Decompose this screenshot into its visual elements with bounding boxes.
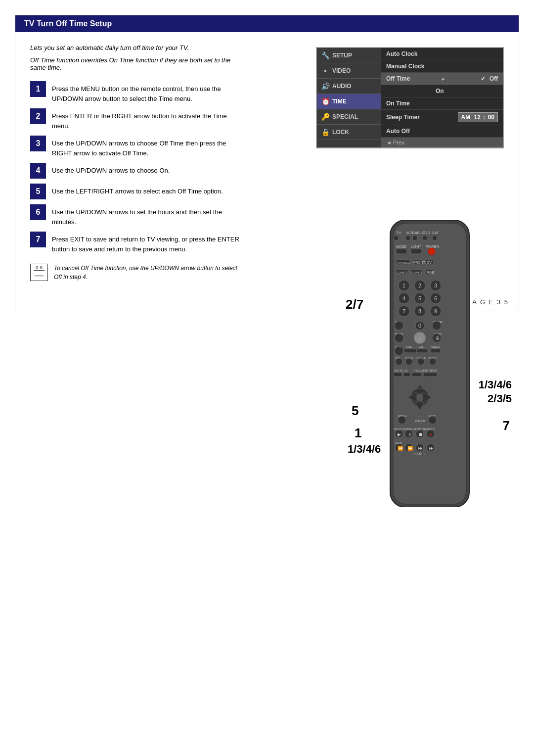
svg-text:⏹: ⏹	[418, 432, 423, 437]
remote-label-7: 7	[501, 418, 512, 433]
svg-text:TV: TV	[396, 231, 401, 235]
time-am: AM	[461, 114, 471, 121]
step-num-7: 7	[30, 232, 46, 247]
svg-point-55	[395, 333, 403, 342]
on-value: On	[436, 88, 444, 94]
svg-text:⏪: ⏪	[398, 445, 403, 451]
step-7: 7 Press EXIT to save and return to TV vi…	[30, 232, 243, 254]
remote-label-2345: 2/3/5	[486, 392, 514, 405]
time-display: AM 12 : 00	[458, 112, 498, 122]
svg-point-70	[396, 358, 402, 365]
setup-icon: 🔧	[321, 51, 330, 60]
time-colon: :	[483, 114, 485, 121]
svg-text:▶: ▶	[398, 432, 401, 437]
sleep-timer-label: Sleep Timer	[386, 114, 420, 121]
step-text-6: Use the UP/DOWN arrows to set the hours …	[52, 204, 243, 227]
step-text-5: Use the LEFT/RIGHT arrows to select each…	[52, 184, 223, 196]
lock-label: LOCK	[332, 129, 349, 136]
page-header: TV Turn Off Time Setup	[15, 15, 519, 32]
step-5: 5 Use the LEFT/RIGHT arrows to select ea…	[30, 184, 243, 199]
tv-menu-right: Auto Clock Manual Clock Off Time ► ✓ Off…	[381, 48, 503, 147]
svg-text:3: 3	[434, 283, 437, 288]
audio-label: AUDIO	[332, 83, 352, 90]
remote-label-1346: 1/3/4/6	[346, 443, 383, 456]
step-text-7: Press EXIT to save and return to TV view…	[52, 232, 243, 254]
svg-text:←SKIP→: ←SKIP→	[411, 452, 426, 456]
tv-menu: 🔧 SETUP ▪ VIDEO 🔊 AUDIO ⏰ TIME	[316, 47, 504, 148]
special-label: SPECIAL	[332, 113, 358, 120]
off-time-value: ✓ Off	[481, 75, 498, 82]
step-2: 2 Press ENTER or the RIGHT arrow button …	[30, 108, 243, 131]
special-icon: 🔑	[321, 112, 330, 121]
svg-text:CH: CH	[419, 345, 423, 348]
svg-text:8: 8	[418, 308, 421, 314]
step-4: 4 Use the UP/DOWN arrows to choose On.	[30, 163, 243, 179]
step-num-4: 4	[30, 163, 46, 179]
remote-label-5: 5	[350, 403, 360, 419]
intro-line2: Off Time function overrides On Time func…	[30, 56, 238, 71]
menu-auto-off: Auto Off	[381, 125, 503, 138]
svg-text:⏭: ⏭	[429, 446, 434, 451]
svg-rect-68	[431, 349, 441, 353]
remote-label-1346b: 1/3/4/6	[477, 378, 514, 391]
step-num-1: 1	[30, 81, 46, 97]
menu-off-time: Off Time ► ✓ Off	[381, 73, 503, 85]
svg-text:⊕: ⊕	[435, 335, 440, 341]
svg-text:VIDEO: VIDEO	[431, 345, 441, 348]
svg-text:COMP1: COMP1	[397, 271, 407, 274]
video-icon: ▪	[321, 66, 330, 75]
menu-prev-nav: ◄ Prev.	[381, 138, 503, 147]
step-text-4: Use the UP/DOWN arrows to choose On.	[52, 163, 170, 176]
step-text-1: Press the MENU button on the remote cont…	[52, 81, 243, 103]
menu-on-value: On	[381, 85, 503, 97]
step-num-2: 2	[30, 108, 46, 124]
off-time-label: Off Time	[386, 75, 410, 82]
svg-rect-15	[411, 249, 422, 254]
menu-item-video: ▪ VIDEO	[317, 63, 381, 79]
on-time-label: On Time	[386, 100, 410, 107]
svg-point-92	[398, 416, 406, 424]
svg-point-96	[429, 416, 437, 424]
video-label: VIDEO	[332, 67, 351, 74]
svg-text:ENTER: ENTER	[415, 420, 425, 423]
menu-item-audio: 🔊 AUDIO	[317, 79, 381, 94]
svg-rect-66	[417, 349, 428, 353]
svg-text:1: 1	[402, 283, 405, 288]
step-num-3: 3	[30, 136, 46, 151]
svg-text:FRONT: FRONT	[413, 261, 426, 264]
menu-sleep-timer: Sleep Timer AM 12 : 00	[381, 110, 503, 125]
remote-label-27: 2/7	[346, 297, 363, 312]
menu-item-special: 🔑 SPECIAL	[317, 109, 381, 125]
svg-point-6	[412, 236, 417, 240]
time-hour: 12	[474, 114, 481, 121]
auto-clock-label: Auto Clock	[386, 50, 417, 57]
svg-text:6: 6	[434, 295, 437, 301]
svg-point-62	[395, 346, 403, 355]
step-num-6: 6	[30, 204, 46, 220]
menu-item-setup: 🔧 SETUP	[317, 48, 381, 63]
step-text-3: Use the UP/DOWN arrows to choose Off Tim…	[52, 136, 243, 158]
svg-point-53	[432, 321, 441, 330]
tv-menu-left: 🔧 SETUP ▪ VIDEO 🔊 AUDIO ⏰ TIME	[317, 48, 381, 147]
right-arrow-icon: ►	[441, 76, 446, 82]
svg-text:SAT: SAT	[432, 231, 439, 235]
step-num-5: 5	[30, 184, 46, 199]
svg-rect-78	[393, 373, 402, 377]
svg-point-17	[428, 248, 435, 255]
svg-text:TV/VIDEO: TV/VIDEO	[397, 261, 410, 264]
svg-point-74	[417, 358, 424, 365]
svg-text:5: 5	[418, 295, 421, 301]
svg-point-11	[432, 236, 437, 240]
page-title: TV Turn Off Time Setup	[24, 19, 112, 28]
svg-text:⏮: ⏮	[418, 446, 423, 451]
content-area: Lets you set an automatic daily turn off…	[15, 32, 519, 293]
step-1: 1 Press the MENU button on the remote co…	[30, 81, 243, 103]
step-3: 3 Use the UP/DOWN arrows to choose Off T…	[30, 136, 243, 158]
audio-icon: 🔊	[321, 82, 330, 91]
svg-rect-64	[404, 349, 417, 353]
svg-text:MODE: MODE	[396, 245, 406, 248]
svg-text:●: ●	[429, 432, 432, 437]
svg-text:DVI: DVI	[427, 261, 433, 264]
svg-text:RGB: RGB	[427, 271, 435, 274]
svg-text:9: 9	[434, 308, 437, 314]
